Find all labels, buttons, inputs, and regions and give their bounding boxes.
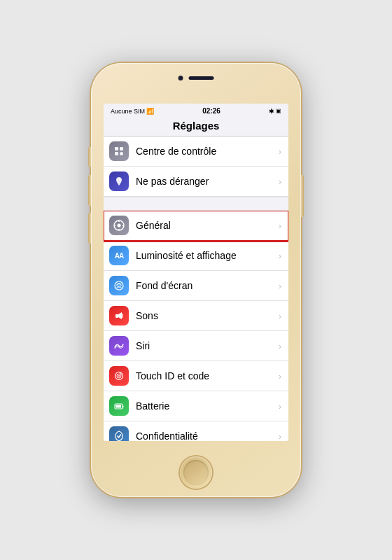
svg-rect-18	[122, 406, 124, 408]
general-icon	[109, 216, 129, 235]
mute-button	[88, 147, 91, 167]
settings-group-2: Général › AA Luminosité et affichage ›	[104, 211, 288, 441]
bluetooth-icon: ✱	[269, 108, 274, 115]
sounds-label: Sons	[136, 310, 276, 321]
speaker-slit	[189, 76, 214, 80]
settings-item-wallpaper[interactable]: Fond d'écran ›	[104, 271, 288, 301]
svg-rect-19	[116, 405, 122, 408]
touchid-icon	[109, 366, 129, 386]
siri-label: Siri	[136, 340, 276, 351]
touchid-chevron: ›	[279, 371, 281, 382]
volume-down-button	[88, 213, 91, 244]
dnd-icon	[109, 172, 129, 191]
svg-point-16	[118, 375, 120, 377]
settings-item-privacy[interactable]: Confidentialité ›	[104, 421, 288, 441]
settings-group-1: Centre de contrôle › Ne pas déranger ›	[104, 136, 288, 197]
general-label: Général	[136, 220, 276, 231]
dnd-chevron: ›	[279, 176, 281, 187]
siri-chevron: ›	[279, 341, 281, 351]
camera-area	[178, 76, 214, 80]
settings-item-touchid[interactable]: Touch ID et code ›	[104, 361, 288, 391]
svg-rect-12	[115, 314, 118, 318]
svg-rect-1	[120, 147, 123, 150]
privacy-icon	[109, 426, 129, 441]
camera-dot	[178, 76, 183, 80]
settings-item-sounds[interactable]: Sons ›	[104, 301, 288, 331]
battery-chevron: ›	[279, 401, 281, 412]
siri-icon	[109, 336, 129, 356]
svg-point-11	[118, 284, 120, 285]
display-chevron: ›	[279, 251, 281, 261]
display-label: Luminosité et affichage	[136, 250, 276, 261]
screen-content: Aucune SIM 📶 02:26 ✱ ▣ Réglages	[104, 104, 288, 441]
settings-item-dnd[interactable]: Ne pas déranger ›	[104, 167, 288, 197]
battery-label: Batterie	[136, 400, 276, 412]
privacy-label: Confidentialité	[136, 430, 276, 441]
svg-marker-13	[118, 312, 122, 319]
battery-icon	[109, 396, 129, 416]
battery-icon: ▣	[276, 108, 281, 114]
display-icon: AA	[109, 246, 129, 265]
status-time: 02:26	[202, 107, 220, 115]
group-gap-1	[104, 197, 288, 211]
page-title: Réglages	[104, 117, 288, 136]
sounds-chevron: ›	[279, 311, 281, 321]
general-chevron: ›	[279, 220, 281, 231]
carrier-label: Aucune SIM	[111, 108, 145, 115]
power-button	[301, 175, 304, 217]
phone-body: Aucune SIM 📶 02:26 ✱ ▣ Réglages	[91, 63, 301, 497]
volume-up-button	[88, 175, 91, 206]
privacy-chevron: ›	[279, 431, 281, 442]
svg-point-3	[120, 152, 123, 155]
status-bar: Aucune SIM 📶 02:26 ✱ ▣	[104, 104, 288, 117]
touchid-label: Touch ID et code	[136, 370, 276, 382]
phone-device: Aucune SIM 📶 02:26 ✱ ▣ Réglages	[91, 63, 301, 497]
screen-area: Aucune SIM 📶 02:26 ✱ ▣ Réglages	[104, 104, 288, 441]
wallpaper-icon	[109, 276, 129, 295]
status-left: Aucune SIM 📶	[111, 108, 154, 115]
wifi-icon: 📶	[146, 108, 154, 115]
svg-point-5	[118, 224, 121, 227]
settings-item-control-center[interactable]: Centre de contrôle ›	[104, 136, 288, 167]
sounds-icon	[109, 306, 129, 326]
control-center-chevron: ›	[279, 146, 281, 157]
settings-item-battery[interactable]: Batterie ›	[104, 391, 288, 421]
svg-rect-0	[115, 147, 118, 150]
settings-item-display[interactable]: AA Luminosité et affichage ›	[104, 241, 288, 271]
wallpaper-label: Fond d'écran	[136, 280, 276, 291]
settings-item-siri[interactable]: Siri ›	[104, 331, 288, 361]
settings-item-general[interactable]: Général ›	[104, 211, 288, 241]
status-right: ✱ ▣	[269, 108, 281, 115]
wallpaper-chevron: ›	[279, 281, 281, 291]
svg-rect-2	[115, 152, 118, 155]
home-button-inner	[183, 460, 209, 485]
control-center-label: Centre de contrôle	[136, 146, 276, 157]
control-center-icon	[109, 141, 129, 161]
home-button[interactable]	[180, 456, 212, 489]
dnd-label: Ne pas déranger	[136, 176, 276, 187]
